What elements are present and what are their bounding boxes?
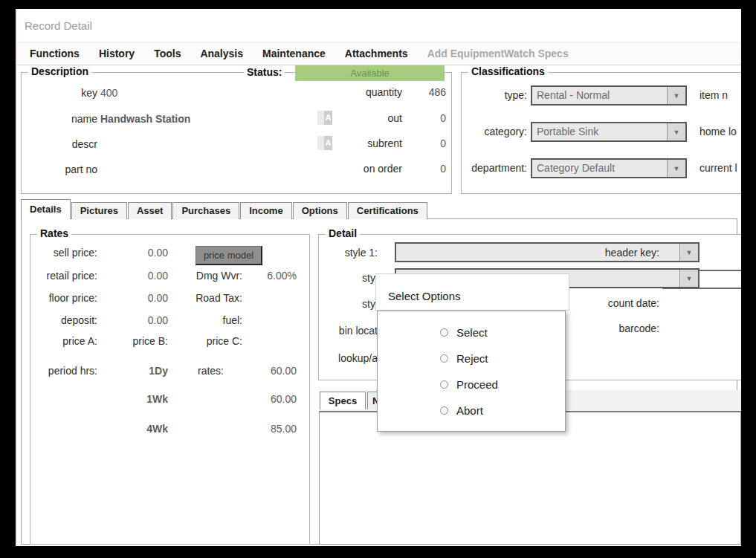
period-hrs-label: period hrs: bbox=[30, 365, 97, 377]
radio-row-select[interactable]: Select bbox=[378, 325, 565, 340]
fuel-label: fuel: bbox=[168, 314, 242, 326]
chevron-down-icon: ▼ bbox=[667, 160, 685, 177]
type-value: Rental - Normal bbox=[532, 87, 667, 104]
current-location-label: current l bbox=[700, 158, 737, 178]
barcode-label: barcode: bbox=[564, 322, 659, 334]
road-tax-label: Road Tax: bbox=[168, 292, 242, 304]
status-label: Status: bbox=[244, 66, 285, 78]
descr-label: descr bbox=[22, 138, 97, 150]
radio-row-reject[interactable]: Reject bbox=[378, 351, 565, 366]
sell-price-value: 0.00 bbox=[101, 247, 168, 259]
chevron-down-icon: ▼ bbox=[667, 87, 685, 104]
on-order-value: 0 bbox=[404, 163, 446, 175]
translate-doc-icon[interactable]: A bbox=[317, 111, 332, 125]
classifications-group: Classifications type: Rental - Normal ▼ … bbox=[461, 72, 741, 194]
radio-icon[interactable] bbox=[440, 328, 448, 337]
radio-row-abort[interactable]: Abort bbox=[378, 403, 565, 418]
select-options-dialog: Select Reject Proceed Abort bbox=[377, 311, 566, 432]
chevron-down-icon: ▼ bbox=[679, 270, 698, 287]
subrent-value: 0 bbox=[404, 137, 446, 149]
radio-label-abort[interactable]: Abort bbox=[456, 404, 483, 417]
rate-1wk-value: 60.00 bbox=[245, 393, 297, 405]
detail-legend: Detail bbox=[326, 227, 360, 239]
floor-price-label: floor price: bbox=[30, 292, 97, 304]
radio-icon[interactable] bbox=[440, 380, 448, 389]
dmg-wvr-label: Dmg Wvr: bbox=[168, 270, 242, 282]
bin-location-label: bin locat bbox=[319, 325, 378, 337]
home-location-label: home lo bbox=[700, 122, 737, 142]
menu-analysis[interactable]: Analysis bbox=[190, 48, 253, 59]
style2-label: styl bbox=[319, 272, 378, 284]
category-dropdown[interactable]: Portable Sink ▼ bbox=[531, 122, 687, 142]
rates-legend: Rates bbox=[37, 227, 71, 239]
rate-4wk-value: 85.00 bbox=[245, 423, 297, 435]
type-dropdown[interactable]: Rental - Normal ▼ bbox=[531, 85, 687, 106]
status-badge: Available bbox=[295, 65, 445, 81]
window-title: Record Detail bbox=[25, 19, 92, 32]
menu-functions[interactable]: Functions bbox=[20, 48, 89, 59]
price-b-label: price B: bbox=[101, 335, 168, 347]
item-number-label: item n bbox=[700, 85, 728, 106]
period-1wk-value: 1Wk bbox=[101, 393, 168, 405]
period-1dy-value: 1Dy bbox=[101, 365, 168, 377]
rates-label: rates: bbox=[168, 365, 224, 377]
radio-label-proceed[interactable]: Proceed bbox=[456, 378, 498, 391]
rate-1dy-value: 60.00 bbox=[245, 365, 297, 377]
period-4wk-value: 4Wk bbox=[101, 423, 168, 435]
header-key-label: header key: bbox=[564, 247, 659, 259]
tab-options[interactable]: Options bbox=[293, 202, 347, 219]
menu-tools[interactable]: Tools bbox=[144, 48, 190, 59]
radio-row-proceed[interactable]: Proceed bbox=[378, 377, 565, 392]
tab-income[interactable]: Income bbox=[240, 202, 292, 219]
category-value: Portable Sink bbox=[532, 123, 667, 140]
menu-bar: Functions History Tools Analysis Mainten… bbox=[17, 42, 741, 65]
radio-label-reject[interactable]: Reject bbox=[456, 352, 488, 365]
screen: Record Detail Functions History Tools An… bbox=[0, 0, 756, 558]
description-legend: Description bbox=[28, 65, 91, 77]
tab-asset[interactable]: Asset bbox=[128, 202, 172, 219]
retail-price-value: 0.00 bbox=[101, 270, 168, 282]
tab-details[interactable]: Details bbox=[21, 199, 71, 219]
deposit-value: 0.00 bbox=[101, 314, 168, 326]
tab-purchases[interactable]: Purchases bbox=[172, 202, 239, 219]
menu-maintenance[interactable]: Maintenance bbox=[253, 48, 335, 59]
dmg-wvr-value: 6.00% bbox=[245, 270, 297, 282]
translate-doc-icon[interactable]: A bbox=[317, 136, 332, 150]
tab-specs[interactable]: Specs bbox=[320, 392, 366, 409]
tab-certifications[interactable]: Certifications bbox=[348, 202, 427, 219]
radio-icon[interactable] bbox=[440, 406, 448, 415]
count-date-label: count date: bbox=[564, 297, 659, 309]
price-model-button[interactable]: price model bbox=[196, 246, 262, 265]
deposit-label: deposit: bbox=[30, 314, 97, 326]
style1-label: style 1: bbox=[319, 247, 378, 259]
tab-pictures[interactable]: Pictures bbox=[71, 202, 127, 219]
department-label: department: bbox=[462, 158, 527, 178]
radio-label-select[interactable]: Select bbox=[456, 326, 488, 339]
department-value: Category Default bbox=[532, 160, 667, 177]
key-label: key bbox=[22, 87, 97, 99]
quantity-label: quantity bbox=[311, 86, 402, 98]
department-dropdown[interactable]: Category Default ▼ bbox=[531, 158, 687, 178]
classifications-legend: Classifications bbox=[468, 65, 548, 77]
menu-history[interactable]: History bbox=[89, 48, 144, 59]
rates-group: Rates sell price: 0.00 price model retai… bbox=[30, 234, 310, 545]
menu-add-equipmentwatch-specs: Add EquipmentWatch Specs bbox=[418, 48, 578, 59]
floor-price-value: 0.00 bbox=[101, 292, 168, 304]
sell-price-label: sell price: bbox=[30, 247, 97, 259]
retail-price-label: retail price: bbox=[30, 270, 97, 282]
menu-attachments[interactable]: Attachments bbox=[335, 48, 418, 59]
doc-icon-letter: A bbox=[324, 136, 332, 150]
radio-icon[interactable] bbox=[440, 354, 448, 363]
select-options-dialog-titlebar: Select Options bbox=[375, 273, 569, 311]
on-order-label: on order bbox=[311, 163, 402, 175]
type-label: type: bbox=[462, 85, 527, 106]
chevron-down-icon: ▼ bbox=[667, 123, 685, 140]
name-value: Handwash Station bbox=[100, 113, 190, 125]
doc-icon-letter: A bbox=[324, 111, 332, 125]
part-no-label: part no bbox=[22, 163, 97, 175]
price-a-label: price A: bbox=[30, 335, 97, 347]
chevron-down-icon: ▼ bbox=[679, 244, 698, 261]
category-label: category: bbox=[462, 122, 527, 142]
lookup-alias-label: lookup/a bbox=[319, 352, 378, 364]
out-value: 0 bbox=[404, 112, 446, 124]
